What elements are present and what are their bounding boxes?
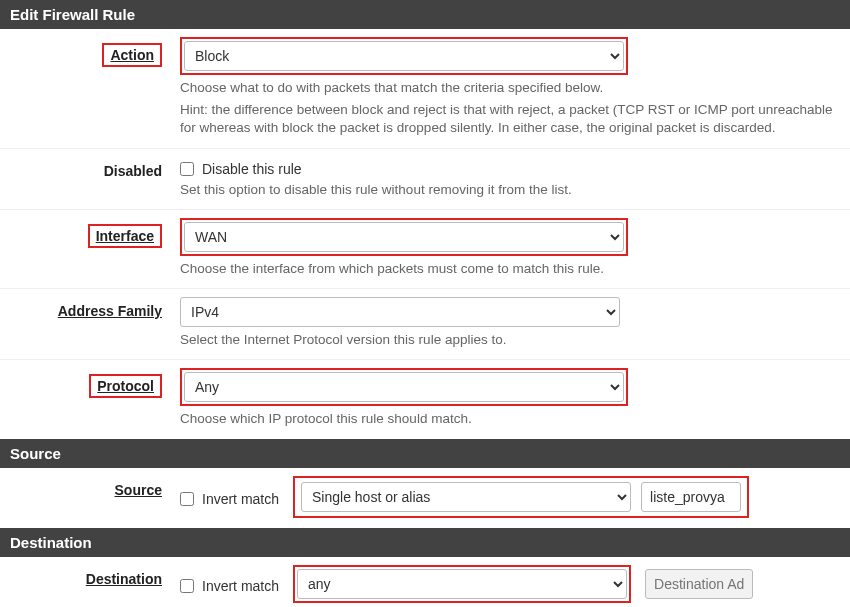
row-destination: Destination Invert match any [0, 557, 850, 607]
address-family-help: Select the Internet Protocol version thi… [180, 331, 842, 349]
label-interface: Interface [0, 218, 180, 278]
source-alias-input[interactable] [641, 482, 741, 512]
label-protocol: Protocol [0, 368, 180, 428]
row-action: Action Block Choose what to do with pack… [0, 29, 850, 149]
panel-header-source: Source [0, 439, 850, 468]
label-action-text: Action [110, 47, 154, 63]
interface-select[interactable]: WAN [184, 222, 624, 252]
label-destination: Destination [0, 565, 180, 603]
destination-invert-checkbox[interactable] [180, 579, 194, 593]
source-selects-group: Single host or alias [293, 476, 749, 518]
label-action: Action [0, 37, 180, 138]
label-interface-text: Interface [96, 228, 154, 244]
action-select[interactable]: Block [184, 41, 624, 71]
protocol-select[interactable]: Any [184, 372, 624, 402]
source-invert-checkbox[interactable] [180, 492, 194, 506]
row-protocol: Protocol Any Choose which IP protocol th… [0, 360, 850, 438]
action-help2: Hint: the difference between block and r… [180, 101, 842, 137]
destination-type-select[interactable]: any [297, 569, 627, 599]
label-source: Source [0, 476, 180, 518]
action-help1: Choose what to do with packets that matc… [180, 79, 842, 97]
panel-header-edit: Edit Firewall Rule [0, 0, 850, 29]
disabled-checkbox-label: Disable this rule [202, 161, 302, 177]
disabled-help: Set this option to disable this rule wit… [180, 181, 842, 199]
row-interface: Interface WAN Choose the interface from … [0, 210, 850, 289]
row-address-family: Address Family IPv4 Select the Internet … [0, 289, 850, 360]
row-disabled: Disabled Disable this rule Set this opti… [0, 149, 850, 210]
protocol-help: Choose which IP protocol this rule shoul… [180, 410, 842, 428]
label-disabled: Disabled [0, 157, 180, 199]
destination-invert-label: Invert match [202, 578, 279, 594]
disabled-checkbox[interactable] [180, 162, 194, 176]
address-family-select[interactable]: IPv4 [180, 297, 620, 327]
panel-header-destination: Destination [0, 528, 850, 557]
label-protocol-text: Protocol [97, 378, 154, 394]
row-source: Source Invert match Single host or alias [0, 468, 850, 528]
destination-address-input[interactable] [645, 569, 753, 599]
source-invert-label: Invert match [202, 491, 279, 507]
label-address-family: Address Family [0, 297, 180, 349]
interface-help: Choose the interface from which packets … [180, 260, 842, 278]
source-type-select[interactable]: Single host or alias [301, 482, 631, 512]
